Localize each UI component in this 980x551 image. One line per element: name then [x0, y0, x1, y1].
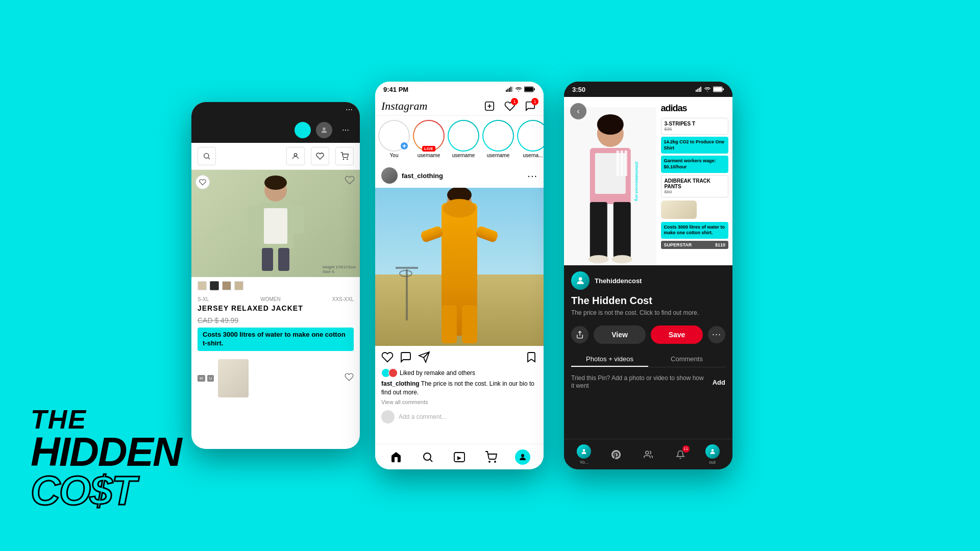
- ig-home-btn[interactable]: [388, 449, 404, 465]
- right-panel: adidas 3-STRIPES T $35 14.2kg CO2 to Pro…: [657, 97, 733, 265]
- swatch-tan[interactable]: [198, 281, 207, 290]
- side-wish-btn[interactable]: [195, 175, 210, 189]
- ig-header-icons: 1 1: [482, 99, 537, 113]
- phone-instagram: 9:41 PM Instagram: [375, 82, 544, 469]
- likes-btn[interactable]: 1: [503, 99, 517, 113]
- svg-rect-14: [248, 206, 259, 234]
- product-2-name: ADIBREAK TRACK PANTS: [665, 178, 725, 189]
- story-avatar-3: [483, 121, 513, 151]
- svg-rect-19: [510, 87, 511, 92]
- pin-time: 3:50: [572, 86, 585, 93]
- swatch-light[interactable]: [234, 281, 243, 290]
- bar-item-user[interactable]: Yo...: [574, 444, 594, 465]
- pin-image-area: ‹ @thehiddencost.org: [564, 97, 732, 265]
- add-post-btn[interactable]: [482, 99, 497, 113]
- search-bar: [191, 143, 360, 170]
- tab-comments[interactable]: Comments: [648, 352, 725, 367]
- story-you[interactable]: + You: [379, 121, 409, 158]
- ig-reels-btn[interactable]: [452, 449, 467, 465]
- caption-username: fast_clothing: [381, 380, 420, 387]
- bar-item-pinterest[interactable]: [606, 447, 626, 462]
- water-tag: Costs 3000 litres of water to make one c…: [661, 222, 729, 239]
- phone-shopping-app: ⋯: [191, 102, 360, 449]
- like-btn[interactable]: [381, 351, 394, 366]
- pin-username: Thehiddencost: [595, 277, 642, 285]
- svg-point-30: [443, 199, 476, 217]
- view-btn[interactable]: View: [594, 325, 646, 344]
- search-button[interactable]: [198, 147, 216, 165]
- tab-photos-videos[interactable]: Photos + videos: [571, 352, 648, 367]
- pin-share-btn[interactable]: [571, 326, 589, 343]
- add-text[interactable]: Add: [713, 379, 725, 386]
- story-2[interactable]: username: [449, 121, 478, 158]
- post-more-icon[interactable]: ···: [527, 170, 537, 182]
- comment-btn[interactable]: [400, 351, 412, 366]
- svg-rect-23: [534, 88, 535, 90]
- bottom-wish-icon[interactable]: [345, 372, 354, 384]
- stories-row: + You LIVE username username: [375, 116, 544, 163]
- more-icon[interactable]: [337, 122, 354, 138]
- badge-1: M: [198, 375, 205, 382]
- post-image: [375, 188, 544, 346]
- story-3[interactable]: username: [483, 121, 513, 158]
- bar-item-people[interactable]: [638, 447, 658, 462]
- price-section: CAD $ 49.99: [198, 316, 354, 324]
- post-username: fast_clothing: [402, 172, 443, 180]
- handle-text: @thehiddencost.org: [634, 161, 639, 201]
- save-btn[interactable]: Save: [651, 325, 703, 344]
- like-dot-2: [388, 368, 398, 378]
- bottom-product: M U: [191, 359, 360, 397]
- live-badge: LIVE: [422, 146, 435, 152]
- svg-point-40: [424, 453, 431, 460]
- profile-button[interactable]: [286, 147, 305, 165]
- bar-item-bell[interactable]: 11: [670, 447, 691, 462]
- messages-btn[interactable]: 1: [523, 99, 537, 113]
- size-range-left: S-XL: [198, 296, 209, 302]
- worker-tag: Garment workers wage: $0.10/hour: [661, 156, 729, 172]
- svg-point-4: [204, 154, 209, 158]
- swatch-black[interactable]: [210, 281, 219, 290]
- save-post-btn[interactable]: [525, 351, 537, 366]
- brand-line-2: HIDDEN: [31, 433, 184, 471]
- brand-badges: M U: [198, 375, 214, 382]
- bar-item-logo[interactable]: out: [702, 444, 723, 465]
- svg-point-67: [646, 451, 649, 454]
- svg-rect-15: [292, 206, 304, 234]
- bar-pinterest-icon: [609, 447, 623, 462]
- story-live[interactable]: LIVE username: [414, 121, 444, 158]
- svg-rect-18: [509, 88, 510, 92]
- battery-icon: [524, 86, 535, 92]
- svg-rect-36: [396, 267, 418, 269]
- svg-rect-16: [506, 90, 507, 92]
- story-name-1: username: [418, 153, 440, 158]
- refresh-icon[interactable]: [295, 122, 311, 138]
- ig-shop-btn[interactable]: [483, 449, 499, 465]
- wish-icon[interactable]: [345, 175, 355, 188]
- share-btn[interactable]: [418, 351, 430, 366]
- swatch-brown[interactable]: [222, 281, 231, 290]
- wifi-icon-pin: [704, 87, 711, 92]
- side-icons: [195, 175, 210, 189]
- view-comments[interactable]: View all comments: [375, 399, 544, 407]
- story-4[interactable]: userna...: [518, 121, 544, 158]
- bar-bell-icon: 11: [673, 447, 688, 462]
- back-btn[interactable]: ‹: [570, 103, 586, 119]
- adidas-logo: adidas: [661, 103, 729, 114]
- ig-search-btn[interactable]: [420, 449, 435, 465]
- signal-icon-pin: [696, 87, 702, 92]
- bar-user-icon: [577, 444, 591, 459]
- svg-rect-35: [406, 269, 408, 320]
- profile-icon[interactable]: [316, 122, 332, 138]
- more-options-btn[interactable]: ···: [708, 326, 725, 343]
- comment-input[interactable]: Add a comment...: [399, 413, 537, 420]
- ig-profile-btn[interactable]: [515, 449, 530, 465]
- product-image: Height 170/172cmSize S: [191, 170, 360, 277]
- wishlist-button[interactable]: [311, 147, 329, 165]
- svg-rect-17: [507, 89, 508, 92]
- product-2-price: $60: [665, 189, 725, 194]
- svg-point-2: [345, 130, 346, 131]
- product-1-price: $35: [665, 127, 725, 132]
- svg-point-42: [489, 461, 490, 462]
- cart-button[interactable]: [335, 147, 354, 165]
- add-story-btn[interactable]: +: [400, 141, 409, 151]
